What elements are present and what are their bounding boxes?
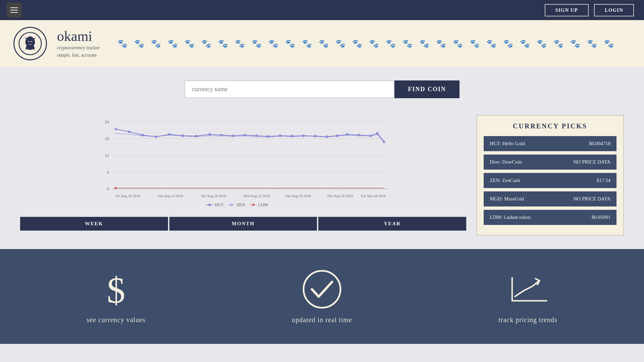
footer-item-realtime: updated in real time — [292, 269, 352, 324]
signup-button[interactable]: SIGN UP — [545, 4, 589, 16]
paw-print: 🐾 — [184, 39, 195, 48]
pick-name: LDM: Ludum token — [490, 215, 531, 220]
month-button[interactable]: MONTH — [169, 217, 317, 231]
svg-text:ZEN: ZEN — [236, 202, 245, 207]
paw-print: 🐾 — [201, 39, 211, 48]
pick-name: Dow: DowCoin — [490, 159, 522, 165]
paw-print: 🐾 — [235, 39, 245, 48]
year-button[interactable]: YEAR — [318, 217, 466, 231]
paw-print: 🐾 — [537, 39, 547, 48]
pick-price: NO PRICE DATA — [574, 159, 610, 165]
picks-title: CURRENCY PICKS — [484, 122, 616, 130]
header: okami cryptocurrency tracker simple, fas… — [0, 20, 644, 67]
paw-print: 🐾 — [218, 39, 228, 48]
paw-print: 🐾 — [268, 39, 278, 48]
paw-print: 🐾 — [252, 39, 262, 48]
svg-point-57 — [304, 271, 340, 308]
svg-text:$: $ — [107, 270, 125, 309]
paw-print: 🐾 — [285, 39, 295, 48]
paw-print: 🐾 — [117, 39, 127, 48]
dollar-icon: $ — [96, 269, 136, 309]
paw-print: 🐾 — [470, 39, 480, 48]
pick-price: $0.004718 — [589, 141, 610, 146]
paw-print: 🐾 — [570, 39, 580, 48]
trend-icon — [508, 269, 548, 309]
wolf-icon — [18, 32, 42, 55]
svg-text:Wed Aug 22 2018: Wed Aug 22 2018 — [243, 194, 270, 198]
paw-print: 🐾 — [151, 39, 161, 48]
svg-text:Sun Aug 26 2018: Sun Aug 26 2018 — [285, 194, 311, 198]
pick-price: $17.54 — [597, 178, 610, 183]
pick-name: HGT: Hello Gold — [490, 141, 525, 146]
logo — [13, 27, 47, 60]
footer-label-trends: track pricing trends — [498, 316, 557, 324]
svg-text:LDM: LDM — [258, 202, 268, 207]
svg-point-46 — [115, 187, 117, 189]
tagline2: simple, fast, accurate — [57, 52, 100, 59]
svg-text:Sat Aug 18 2018: Sat Aug 18 2018 — [201, 194, 226, 198]
svg-text:6: 6 — [107, 170, 109, 175]
pick-item[interactable]: HGT: Hello Gold$0.004718 — [484, 136, 616, 151]
paw-print: 🐾 — [134, 39, 144, 48]
paw-prints-decoration: 🐾 🐾 🐾 🐾 🐾 🐾 🐾 🐾 🐾 🐾 🐾 🐾 🐾 🐾 🐾 🐾 🐾 🐾 🐾 🐾 … — [107, 20, 644, 67]
pick-item[interactable]: MGD: MassGridNO PRICE DATA — [484, 191, 616, 206]
search-bar: FIND COIN — [184, 80, 460, 98]
pick-item[interactable]: Dow: DowCoinNO PRICE DATA — [484, 155, 616, 170]
pick-price: NO PRICE DATA — [574, 196, 610, 202]
svg-point-1 — [26, 38, 35, 48]
price-chart: 0 6 12 18 24 Fri Aug 10 2018 Tue Aug 14 … — [20, 115, 466, 209]
svg-text:HGT: HGT — [215, 202, 224, 207]
svg-text:24: 24 — [105, 119, 109, 124]
hamburger-icon — [10, 7, 18, 13]
svg-text:12: 12 — [105, 153, 109, 158]
tagline1: cryptocurrency tracker — [57, 44, 100, 52]
paw-print: 🐾 — [369, 39, 379, 48]
svg-point-54 — [252, 204, 254, 206]
brand-name: okami — [57, 28, 100, 44]
paw-print: 🐾 — [335, 39, 345, 48]
paw-print: 🐾 — [587, 39, 597, 48]
footer-item-currency: $ see currency values — [87, 269, 146, 324]
paw-print: 🐾 — [352, 39, 362, 48]
pick-price: $0.05091 — [592, 215, 610, 220]
week-button[interactable]: WEEK — [20, 217, 168, 231]
paw-print: 🐾 — [453, 39, 463, 48]
navbar: SIGN UP LOGIN — [0, 0, 644, 20]
svg-point-2 — [28, 41, 30, 42]
pick-item[interactable]: ZEN: ZenCash$17.54 — [484, 173, 616, 188]
chart-container: 0 6 12 18 24 Fri Aug 10 2018 Tue Aug 14 … — [20, 115, 466, 231]
footer-item-trends: track pricing trends — [498, 269, 557, 324]
footer-label-realtime: updated in real time — [292, 316, 352, 324]
svg-point-3 — [31, 41, 33, 42]
hamburger-button[interactable] — [7, 3, 21, 17]
paw-print: 🐾 — [168, 39, 178, 48]
brand-text: okami cryptocurrency tracker simple, fas… — [57, 28, 100, 59]
paw-print: 🐾 — [302, 39, 312, 48]
paw-print: 🐾 — [520, 39, 530, 48]
paw-print: 🐾 — [503, 39, 513, 48]
picks-list: HGT: Hello Gold$0.004718Dow: DowCoinNO P… — [484, 136, 616, 225]
svg-text:Tue Aug 14 2018: Tue Aug 14 2018 — [158, 194, 183, 198]
footer: $ see currency values updated in real ti… — [0, 249, 644, 344]
paw-print: 🐾 — [486, 39, 496, 48]
paw-print: 🐾 — [604, 39, 614, 48]
svg-text:Fri Aug 10 2018: Fri Aug 10 2018 — [116, 194, 140, 198]
login-button[interactable]: LOGIN — [594, 4, 634, 16]
paw-print: 🐾 — [553, 39, 564, 48]
paw-print: 🐾 — [436, 39, 446, 48]
paw-print: 🐾 — [402, 39, 413, 48]
svg-text:0: 0 — [107, 186, 109, 191]
pick-item[interactable]: LDM: Ludum token$0.05091 — [484, 210, 616, 225]
find-coin-button[interactable]: FIND COIN — [394, 80, 460, 98]
chart-time-buttons: WEEK MONTH YEAR — [20, 217, 466, 231]
pick-name: MGD: MassGrid — [490, 196, 524, 202]
search-input[interactable] — [184, 80, 394, 98]
svg-text:Tue Sep 04 2018: Tue Sep 04 2018 — [361, 194, 386, 198]
paw-print: 🐾 — [419, 39, 429, 48]
paw-print: 🐾 — [319, 39, 329, 48]
pick-name: ZEN: ZenCash — [490, 178, 520, 183]
currency-picks-panel: CURRENCY PICKS HGT: Hello Gold$0.004718D… — [476, 115, 624, 236]
footer-label-currency: see currency values — [87, 316, 146, 324]
main-content: FIND COIN 0 6 12 18 — [0, 67, 644, 249]
svg-text:Thu Aug 30 2018: Thu Aug 30 2018 — [327, 194, 353, 198]
